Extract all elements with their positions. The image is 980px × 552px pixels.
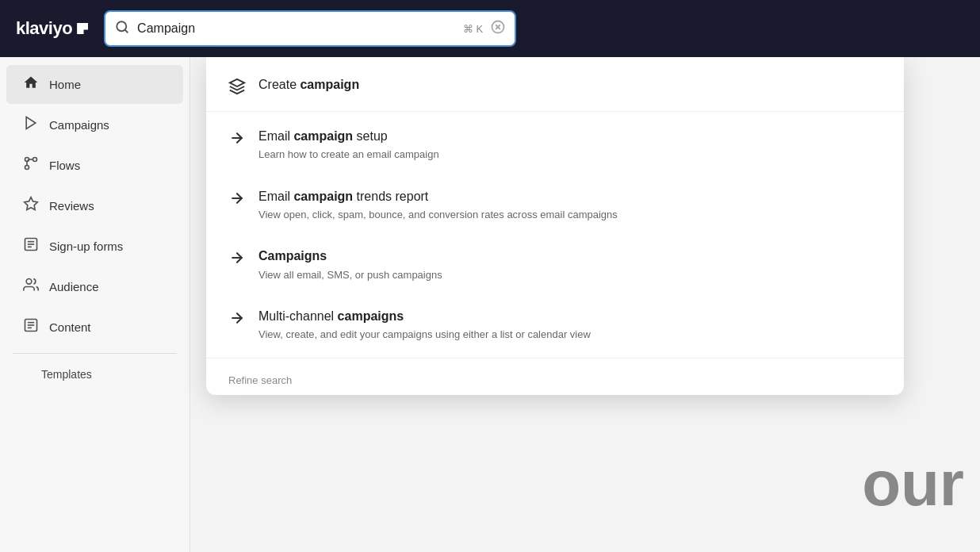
refine-search-label: Refine search — [228, 374, 292, 386]
sidebar-item-campaigns[interactable]: Campaigns — [6, 105, 183, 144]
logo[interactable]: klaviyo — [16, 18, 88, 39]
sidebar-sub-item-templates[interactable]: Templates — [6, 360, 183, 389]
sidebar-sub-item-templates-label: Templates — [41, 368, 92, 381]
svg-point-7 — [33, 158, 37, 162]
refine-search-section: Refine search — [206, 362, 904, 395]
sidebar-item-audience[interactable]: Audience — [6, 267, 183, 306]
dropdown-item-email-campaign-trends[interactable]: Email campaign trends report View open, … — [206, 175, 904, 236]
sidebar-item-campaigns-label: Campaigns — [49, 118, 109, 132]
search-dropdown: Create campaign Email campaign setup Lea… — [206, 57, 904, 395]
create-campaign-icon — [228, 78, 246, 95]
sidebar-item-content[interactable]: Content — [6, 308, 183, 347]
campaigns-icon — [22, 115, 40, 135]
dropdown-item-campaigns-subtitle: View all email, SMS, or push campaigns — [258, 268, 882, 282]
flows-icon — [22, 155, 40, 175]
dropdown-item-create-campaign[interactable]: Create campaign — [206, 63, 904, 108]
dropdown-divider-1 — [206, 111, 904, 112]
search-query[interactable]: Campaign — [137, 21, 455, 36]
dropdown-item-campaigns-content: Campaigns View all email, SMS, or push c… — [258, 247, 882, 282]
sidebar-item-reviews[interactable]: Reviews — [6, 186, 183, 225]
svg-point-8 — [25, 166, 29, 170]
dropdown-item-create-campaign-title: Create campaign — [258, 76, 882, 94]
sidebar-item-reviews-label: Reviews — [49, 199, 94, 213]
content-icon — [22, 317, 40, 337]
sidebar-item-flows[interactable]: Flows — [6, 146, 183, 185]
dropdown-divider-2 — [206, 358, 904, 358]
sidebar-item-flows-label: Flows — [49, 159, 80, 172]
dropdown-item-email-campaign-setup[interactable]: Email campaign setup Learn how to create… — [206, 115, 904, 175]
search-icon — [115, 20, 129, 38]
dropdown-item-multi-channel[interactable]: Multi-channel campaigns View, create, an… — [206, 295, 904, 355]
dropdown-item-create-campaign-content: Create campaign — [258, 76, 882, 94]
svg-marker-5 — [26, 117, 36, 129]
home-icon — [22, 75, 40, 94]
search-bar[interactable]: Campaign ⌘ K — [104, 10, 516, 47]
svg-line-1 — [125, 29, 128, 32]
navbar: klaviyo Campaign ⌘ K — [0, 0, 980, 57]
audience-icon — [22, 277, 40, 297]
sidebar-item-signup-forms[interactable]: Sign-up forms — [6, 227, 183, 266]
sidebar-item-home-label: Home — [49, 78, 81, 91]
dropdown-item-email-setup-subtitle: Learn how to create an email campaign — [258, 148, 882, 162]
dropdown-item-multi-channel-title: Multi-channel campaigns — [258, 308, 882, 325]
sidebar-item-home[interactable]: Home — [6, 65, 183, 104]
sidebar-item-content-label: Content — [49, 320, 91, 334]
search-clear-button[interactable] — [491, 20, 505, 38]
sidebar-divider — [13, 353, 177, 354]
sidebar: Home Campaigns Flows Re — [0, 57, 190, 552]
dropdown-item-multi-channel-content: Multi-channel campaigns View, create, an… — [258, 308, 882, 343]
arrow-icon-2 — [228, 190, 246, 207]
dropdown-item-email-setup-content: Email campaign setup Learn how to create… — [258, 128, 882, 163]
logo-icon — [77, 23, 88, 34]
arrow-icon-3 — [228, 249, 246, 266]
logo-text: klaviyo — [16, 18, 72, 39]
dropdown-item-campaigns[interactable]: Campaigns View all email, SMS, or push c… — [206, 235, 904, 295]
dropdown-item-email-trends-title: Email campaign trends report — [258, 188, 882, 205]
arrow-icon-4 — [228, 309, 246, 327]
dropdown-item-email-trends-subtitle: View open, click, spam, bounce, and conv… — [258, 208, 882, 222]
reviews-icon — [22, 196, 40, 216]
sidebar-item-signup-forms-label: Sign-up forms — [49, 240, 123, 253]
big-text: our — [862, 447, 964, 520]
dropdown-item-multi-channel-subtitle: View, create, and edit your campaigns us… — [258, 328, 882, 342]
svg-point-17 — [26, 279, 32, 285]
svg-marker-12 — [25, 197, 38, 210]
sidebar-item-audience-label: Audience — [49, 280, 99, 293]
dropdown-item-email-trends-content: Email campaign trends report View open, … — [258, 188, 882, 223]
signup-forms-icon — [22, 236, 40, 256]
arrow-icon-1 — [228, 129, 246, 147]
search-shortcut: ⌘ K — [463, 23, 483, 35]
dropdown-item-email-setup-title: Email campaign setup — [258, 128, 882, 145]
dropdown-item-campaigns-title: Campaigns — [258, 247, 882, 265]
